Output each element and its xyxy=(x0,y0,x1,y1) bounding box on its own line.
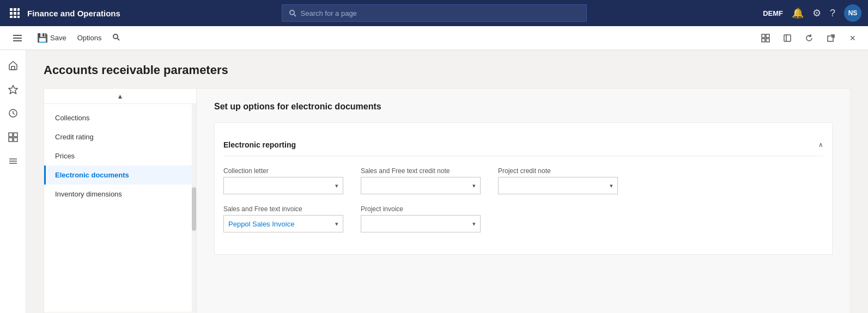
collection-letter-chevron: ▾ xyxy=(335,182,338,189)
category-list: Collections Credit rating Prices Electro… xyxy=(44,104,196,208)
svg-rect-30 xyxy=(14,138,17,142)
electronic-reporting-title: Electronic reporting xyxy=(223,140,296,149)
open-new-window-icon[interactable] xyxy=(779,29,796,47)
category-item-prices[interactable]: Prices xyxy=(44,146,196,165)
svg-point-9 xyxy=(290,10,294,15)
left-navigation-sidebar xyxy=(0,50,26,313)
sales-free-invoice-select[interactable]: Peppol Sales Invoice ▾ xyxy=(223,215,343,232)
svg-rect-3 xyxy=(10,12,13,15)
svg-rect-18 xyxy=(762,39,765,42)
sales-free-credit-note-select[interactable]: ▾ xyxy=(361,177,481,194)
nav-toggle-icon[interactable] xyxy=(7,27,28,49)
save-button[interactable]: 💾 Save xyxy=(33,30,71,45)
search-placeholder: Search for a page xyxy=(301,9,357,17)
svg-rect-13 xyxy=(13,40,22,41)
svg-rect-5 xyxy=(17,12,20,15)
main-content-area: Accounts receivable parameters ▲ Collect… xyxy=(26,50,868,313)
svg-rect-28 xyxy=(14,133,17,137)
svg-rect-2 xyxy=(17,8,20,11)
project-credit-note-group: Project credit note ▾ xyxy=(498,167,618,194)
collection-letter-group: Collection letter ▾ xyxy=(223,167,343,194)
popout-icon[interactable] xyxy=(822,29,840,47)
svg-rect-12 xyxy=(13,38,22,39)
collapse-section-icon[interactable]: ∧ xyxy=(818,141,823,149)
project-invoice-chevron: ▾ xyxy=(472,220,476,228)
sales-free-invoice-value: Peppol Sales Invoice xyxy=(228,220,294,228)
svg-rect-29 xyxy=(9,138,13,142)
right-content-panel: Set up options for electronic documents … xyxy=(197,89,850,313)
user-avatar[interactable]: NS xyxy=(844,4,861,22)
global-search-box[interactable]: Search for a page xyxy=(282,4,587,22)
help-icon[interactable]: ? xyxy=(830,8,835,19)
form-row-2: Sales and Free text invoice Peppol Sales… xyxy=(223,205,823,232)
top-bar-actions: DEMF 🔔 ⚙ ? NS xyxy=(763,4,861,22)
content-layout: ▲ Collections Credit rating Prices Elect… xyxy=(44,88,851,313)
sales-free-invoice-label: Sales and Free text invoice xyxy=(223,205,343,213)
sales-free-invoice-chevron: ▾ xyxy=(335,220,338,228)
personalize-icon[interactable] xyxy=(757,29,774,47)
modules-nav-icon[interactable] xyxy=(2,150,24,172)
svg-point-14 xyxy=(113,34,118,39)
favorites-nav-icon[interactable] xyxy=(2,78,24,100)
sales-free-credit-note-label: Sales and Free text credit note xyxy=(361,167,481,175)
svg-rect-0 xyxy=(10,8,13,11)
top-navigation-bar: Finance and Operations Search for a page… xyxy=(0,0,868,26)
workspaces-nav-icon[interactable] xyxy=(2,126,24,148)
category-item-credit-rating[interactable]: Credit rating xyxy=(44,127,196,146)
collection-letter-select[interactable]: ▾ xyxy=(223,177,343,194)
scrollbar-thumb[interactable] xyxy=(192,187,196,231)
category-item-collections[interactable]: Collections xyxy=(44,108,196,127)
save-icon: 💾 xyxy=(37,33,48,43)
electronic-reporting-section: Electronic reporting ∧ Collection letter… xyxy=(214,122,833,255)
collection-letter-label: Collection letter xyxy=(223,167,343,175)
section-title: Set up options for electronic documents xyxy=(214,102,833,112)
category-item-electronic-documents[interactable]: Electronic documents xyxy=(44,165,196,185)
settings-icon[interactable]: ⚙ xyxy=(812,7,821,19)
scrollbar-track xyxy=(192,104,196,312)
svg-rect-17 xyxy=(766,34,769,38)
options-button[interactable]: Options xyxy=(73,32,106,44)
category-item-inventory-dimensions[interactable]: Inventory dimensions xyxy=(44,185,196,204)
sales-free-invoice-group: Sales and Free text invoice Peppol Sales… xyxy=(223,205,343,232)
svg-rect-20 xyxy=(784,35,791,41)
page-title: Accounts receivable parameters xyxy=(44,63,851,77)
notification-icon[interactable]: 🔔 xyxy=(792,7,804,19)
environment-label: DEMF xyxy=(763,9,783,17)
project-credit-note-select[interactable]: ▾ xyxy=(498,177,618,194)
svg-rect-6 xyxy=(10,16,13,18)
action-toolbar: 💾 Save Options xyxy=(0,26,868,50)
svg-rect-11 xyxy=(13,35,22,36)
project-invoice-select[interactable]: ▾ xyxy=(361,215,481,232)
toolbar-search-icon[interactable] xyxy=(112,33,120,42)
svg-rect-19 xyxy=(766,39,769,42)
project-credit-note-label: Project credit note xyxy=(498,167,618,175)
save-label: Save xyxy=(50,34,66,42)
svg-rect-8 xyxy=(17,16,20,18)
svg-rect-1 xyxy=(14,8,16,11)
project-invoice-label: Project invoice xyxy=(361,205,481,213)
app-title: Finance and Operations xyxy=(27,9,120,18)
svg-rect-7 xyxy=(14,16,16,18)
refresh-icon[interactable] xyxy=(800,29,818,47)
home-nav-icon[interactable] xyxy=(2,54,24,76)
svg-rect-16 xyxy=(762,34,765,38)
sales-free-credit-note-chevron: ▾ xyxy=(472,182,476,189)
electronic-reporting-header: Electronic reporting ∧ xyxy=(223,134,823,156)
recent-nav-icon[interactable] xyxy=(2,102,24,124)
close-icon[interactable]: ✕ xyxy=(844,29,861,47)
project-credit-note-chevron: ▾ xyxy=(610,182,613,189)
svg-line-10 xyxy=(294,15,296,17)
project-invoice-group: Project invoice ▾ xyxy=(361,205,481,232)
form-row-1: Collection letter ▾ Sales and Free text … xyxy=(223,167,823,194)
app-grid-icon[interactable] xyxy=(7,5,23,21)
toolbar-right-actions: ✕ xyxy=(757,29,861,47)
svg-line-15 xyxy=(118,39,120,41)
svg-marker-25 xyxy=(9,85,17,94)
options-label: Options xyxy=(77,34,102,42)
svg-rect-27 xyxy=(9,133,13,137)
sales-free-credit-note-group: Sales and Free text credit note ▾ xyxy=(361,167,481,194)
svg-rect-4 xyxy=(14,12,16,15)
category-left-panel: ▲ Collections Credit rating Prices Elect… xyxy=(44,89,197,313)
scroll-up-arrow[interactable]: ▲ xyxy=(44,89,196,104)
